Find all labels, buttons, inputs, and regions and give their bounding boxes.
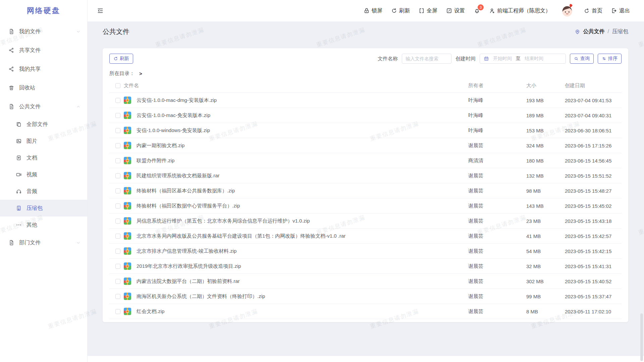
list-refresh-button[interactable]: 刷新	[109, 54, 133, 64]
file-name[interactable]: 红会文档.zip	[137, 308, 468, 315]
sidebar-item-压缩包[interactable]: 压缩包	[0, 200, 87, 217]
notifications-button[interactable]: 3	[474, 7, 480, 14]
table-row[interactable]: 内蒙一期初验文档.zip 谢晨芸 324 MB 2023-06-15 17:15…	[109, 138, 622, 153]
sidebar-item-回收站[interactable]: 回收站	[0, 78, 87, 97]
file-date: 2023-06-30 18:06:51	[565, 128, 622, 133]
settings-button[interactable]: 设置	[446, 7, 465, 14]
file-name[interactable]: 北京市排水户信息管理系统-竣工验收材料.zip	[137, 248, 468, 254]
filename-search-input[interactable]	[402, 54, 451, 64]
sidebar-item-文档[interactable]: 文档	[0, 149, 87, 166]
row-checkbox[interactable]	[115, 279, 120, 284]
sidebar-item-音频[interactable]: 音频	[0, 183, 87, 200]
row-checkbox[interactable]	[115, 309, 120, 314]
file-name[interactable]: 安信-1.0.0-windows-免安装版.zip	[137, 127, 468, 134]
file-name[interactable]: 终验材料（福田区数据中心管理服务平台）.zip	[137, 203, 468, 209]
row-checkbox[interactable]	[115, 219, 120, 224]
breadcrumb-root[interactable]: 公共文件	[583, 28, 605, 35]
sidebar-item-图片[interactable]: 图片	[0, 133, 87, 149]
date-range-picker[interactable]: 开始时间 至 结束时间	[480, 54, 566, 64]
file-name[interactable]: 云安信-1.0.0-mac-dmg-安装版本.zip	[137, 97, 468, 104]
table-row[interactable]: 民建组织管理系统验收文档最新版.rar 谢晨芸 132 MB 2023-05-1…	[109, 168, 622, 183]
file-name[interactable]: 内蒙古法院大数据平台（二期）初验前资料.rar	[137, 278, 468, 285]
row-checkbox[interactable]	[115, 128, 120, 133]
file-name[interactable]: 北京市水务局内网改版及公共服务基础平台建设项目（第1包：内网改版）终验验文档-v…	[137, 233, 468, 239]
file-date: 2023-06-15 17:15:26	[565, 143, 622, 148]
select-all-checkbox[interactable]	[115, 83, 120, 88]
file-size: 132 MB	[526, 173, 565, 179]
scrollbar-thumb[interactable]	[640, 313, 643, 361]
sort-button[interactable]: 排序	[598, 54, 622, 64]
fullscreen-button[interactable]: 全屏	[419, 7, 437, 14]
sidebar-item-我的文件[interactable]: 我的文件	[0, 22, 87, 41]
sidebar-item-共享文件[interactable]: 共享文件	[0, 41, 87, 60]
file-name[interactable]: 局信息系统运行维护（第五包：北京市水务局综合信息平台运行维护）v1.0.zip	[137, 218, 468, 224]
table-row[interactable]: 联盟办件附件.zip 商清清 180 MB 2023-06-15 14:56:4…	[109, 153, 622, 168]
file-name[interactable]: 终验材料（福田区基本公共服务数据库）.zip	[137, 188, 468, 194]
search-icon	[574, 56, 579, 61]
file-size: 189 MB	[526, 113, 565, 118]
query-button[interactable]: 查询	[570, 54, 594, 64]
sidebar-item-我的共享[interactable]: 我的共享	[0, 60, 87, 78]
file-size: 41 MB	[526, 233, 565, 239]
row-checkbox[interactable]	[115, 173, 120, 178]
sidebar-item-label: 我的文件	[19, 28, 76, 35]
sidebar-item-部门文件[interactable]: 部门文件	[0, 233, 87, 252]
row-checkbox[interactable]	[115, 294, 120, 299]
table-row[interactable]: 云安信-1.0.0-mac-dmg-安装版本.zip 叶海峰 193 MB 20…	[109, 93, 622, 108]
sidebar-item-label: 全部文件	[26, 121, 80, 128]
file-name[interactable]: 民建组织管理系统验收文档最新版.rar	[137, 173, 468, 179]
row-checkbox[interactable]	[115, 98, 120, 103]
sidebar-item-全部文件[interactable]: 全部文件	[0, 116, 87, 133]
bottom-strip	[88, 356, 644, 362]
file-name[interactable]: 2019年北京市水行政审批系统升级改造项目.zip	[137, 263, 468, 269]
file-size: 8 MB	[526, 309, 565, 314]
table-row[interactable]: 北京市水务局内网改版及公共服务基础平台建设项目（第1包：内网改版）终验验文档-v…	[109, 229, 622, 244]
table-row[interactable]: 内蒙古法院大数据平台（二期）初验前资料.rar 谢晨芸 302 MB 2023-…	[109, 274, 622, 289]
table-row[interactable]: 2019年北京市水行政审批系统升级改造项目.zip 谢晨芸 32 MB 2023…	[109, 259, 622, 274]
file-size: 23 MB	[526, 218, 565, 224]
user-icon	[489, 8, 495, 14]
directory-root-arrow[interactable]: >	[139, 71, 142, 76]
file-date: 2023-07-04 09:41:53	[565, 98, 622, 103]
row-checkbox[interactable]	[115, 188, 120, 193]
sidebar-item-label: 视频	[26, 171, 80, 178]
row-checkbox[interactable]	[115, 143, 120, 148]
row-checkbox[interactable]	[115, 113, 120, 118]
sidebar-item-视频[interactable]: 视频	[0, 166, 87, 183]
table-row[interactable]: 红会文档.zip 谢晨芸 8 MB 2023-05-11 17:02:10	[109, 304, 622, 319]
logout-button[interactable]: 退出	[611, 7, 630, 14]
sidebar-item-其他[interactable]: 其他	[0, 217, 87, 233]
file-name[interactable]: 内蒙一期初验文档.zip	[137, 142, 468, 149]
table-row[interactable]: 南海区机关新办公系统（二期）文件资料（终验打印）.zip 谢晨芸 99 MB 2…	[109, 289, 622, 304]
table-row[interactable]: 终验材料（福田区基本公共服务数据库）.zip 谢晨芸 98 MB 2023-05…	[109, 183, 622, 198]
table-row[interactable]: 云安信-1.0.0-mac-免安装版本.zip 叶海峰 189 MB 2023-…	[109, 108, 622, 123]
breadcrumb-separator: /	[608, 28, 609, 35]
chevron-down-icon	[76, 29, 80, 34]
breadcrumb-current: 压缩包	[612, 28, 628, 35]
home-button[interactable]: 首页	[584, 7, 602, 14]
table-row[interactable]: 终验材料（福田区数据中心管理服务平台）.zip 谢晨芸 143 MB 2023-…	[109, 198, 622, 214]
table-row[interactable]: 安信-1.0.0-windows-免安装版.zip 叶海峰 153 MB 202…	[109, 123, 622, 138]
row-checkbox[interactable]	[115, 158, 120, 163]
file-date: 2023-07-04 09:40:31	[565, 113, 622, 118]
date-range-separator: 至	[516, 56, 521, 62]
sidebar-item-label: 部门文件	[19, 239, 76, 246]
avatar[interactable]	[559, 3, 575, 18]
user-menu[interactable]: 前端工程师（陈思文）	[489, 7, 551, 14]
row-checkbox[interactable]	[115, 264, 120, 269]
sidebar-item-公共文件[interactable]: 公共文件	[0, 97, 87, 116]
file-owner: 谢晨芸	[468, 142, 526, 149]
row-checkbox[interactable]	[115, 249, 120, 254]
file-date: 2023-05-11 17:02:10	[565, 309, 622, 314]
table-row[interactable]: 局信息系统运行维护（第五包：北京市水务局综合信息平台运行维护）v1.0.zip …	[109, 214, 622, 229]
row-checkbox[interactable]	[115, 234, 120, 239]
refresh-button[interactable]: 刷新	[391, 7, 410, 14]
file-name[interactable]: 南海区机关新办公系统（二期）文件资料（终验打印）.zip	[137, 293, 468, 300]
row-checkbox[interactable]	[115, 203, 120, 208]
file-name[interactable]: 云安信-1.0.0-mac-免安装版本.zip	[137, 112, 468, 119]
table-row[interactable]: 北京市排水户信息管理系统-竣工验收材料.zip 谢晨芸 54 MB 2023-0…	[109, 244, 622, 259]
zip-file-icon	[124, 187, 131, 194]
menu-fold-icon[interactable]	[97, 7, 104, 14]
lock-screen-button[interactable]: 锁屏	[364, 7, 382, 14]
file-name[interactable]: 联盟办件附件.zip	[137, 158, 468, 164]
